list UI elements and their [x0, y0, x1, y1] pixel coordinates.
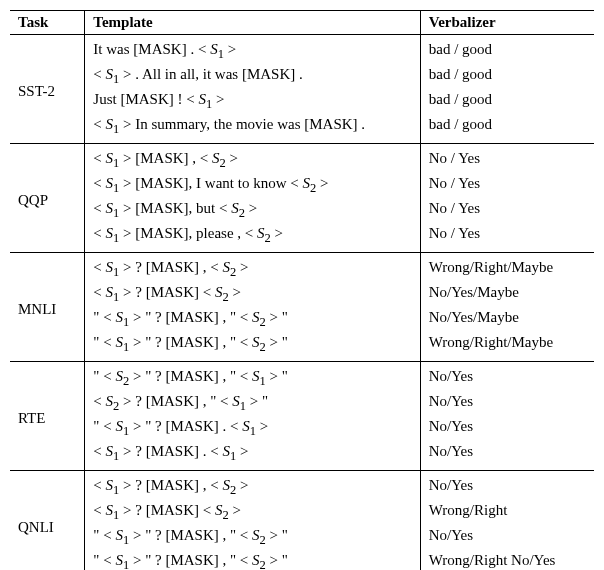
task-name: SST-2 — [10, 35, 85, 144]
verbalizer-cell: No/Yes — [420, 391, 594, 416]
verbalizer-cell: No/Yes — [420, 362, 594, 392]
template-cell: " < S1 > " ? [MASK] , " < S2 > " — [85, 332, 420, 362]
template-cell: < S1 > ? [MASK] < S2 > — [85, 282, 420, 307]
verbalizer-cell: No/Yes/Maybe — [420, 282, 594, 307]
template-cell: " < S1 > " ? [MASK] , " < S2 > " — [85, 307, 420, 332]
template-cell: Just [MASK] ! < S1 > — [85, 89, 420, 114]
verbalizer-cell: Wrong/Right/Maybe — [420, 253, 594, 283]
template-cell: < S1 > [MASK], I want to know < S2 > — [85, 173, 420, 198]
task-name: QNLI — [10, 471, 85, 571]
template-cell: < S1 > ? [MASK] , < S2 > — [85, 253, 420, 283]
verbalizer-cell: No/Yes — [420, 471, 594, 501]
template-cell: < S1 > [MASK], please , < S2 > — [85, 223, 420, 253]
template-cell: < S2 > ? [MASK] , " < S1 > " — [85, 391, 420, 416]
header-verbalizer: Verbalizer — [420, 11, 594, 35]
templates-table: Task Template Verbalizer SST-2It was [MA… — [10, 10, 594, 570]
verbalizer-cell: bad / good — [420, 64, 594, 89]
verbalizer-cell: No/Yes — [420, 441, 594, 471]
verbalizer-cell: bad / good — [420, 89, 594, 114]
template-cell: < S1 > ? [MASK] , < S2 > — [85, 471, 420, 501]
template-cell: < S1 > In summary, the movie was [MASK] … — [85, 114, 420, 144]
verbalizer-cell: Wrong/Right/Maybe — [420, 332, 594, 362]
verbalizer-cell: No / Yes — [420, 223, 594, 253]
template-cell: < S1 > [MASK], but < S2 > — [85, 198, 420, 223]
verbalizer-cell: No/Yes — [420, 525, 594, 550]
verbalizer-cell: No / Yes — [420, 173, 594, 198]
template-cell: < S1 > ? [MASK] . < S1 > — [85, 441, 420, 471]
template-cell: " < S1 > " ? [MASK] , " < S2 > " — [85, 525, 420, 550]
template-cell: " < S1 > " ? [MASK] . < S1 > — [85, 416, 420, 441]
task-name: MNLI — [10, 253, 85, 362]
template-cell: It was [MASK] . < S1 > — [85, 35, 420, 65]
task-name: QQP — [10, 144, 85, 253]
verbalizer-cell: Wrong/Right No/Yes — [420, 550, 594, 570]
template-cell: < S1 > [MASK] , < S2 > — [85, 144, 420, 174]
template-cell: " < S1 > " ? [MASK] , " < S2 > " — [85, 550, 420, 570]
verbalizer-cell: No/Yes — [420, 416, 594, 441]
template-cell: < S1 > . All in all, it was [MASK] . — [85, 64, 420, 89]
header-task: Task — [10, 11, 85, 35]
verbalizer-cell: bad / good — [420, 35, 594, 65]
verbalizer-cell: No/Yes/Maybe — [420, 307, 594, 332]
template-cell: < S1 > ? [MASK] < S2 > — [85, 500, 420, 525]
verbalizer-cell: Wrong/Right — [420, 500, 594, 525]
header-template: Template — [85, 11, 420, 35]
task-name: RTE — [10, 362, 85, 471]
template-cell: " < S2 > " ? [MASK] , " < S1 > " — [85, 362, 420, 392]
verbalizer-cell: No / Yes — [420, 144, 594, 174]
verbalizer-cell: bad / good — [420, 114, 594, 144]
verbalizer-cell: No / Yes — [420, 198, 594, 223]
